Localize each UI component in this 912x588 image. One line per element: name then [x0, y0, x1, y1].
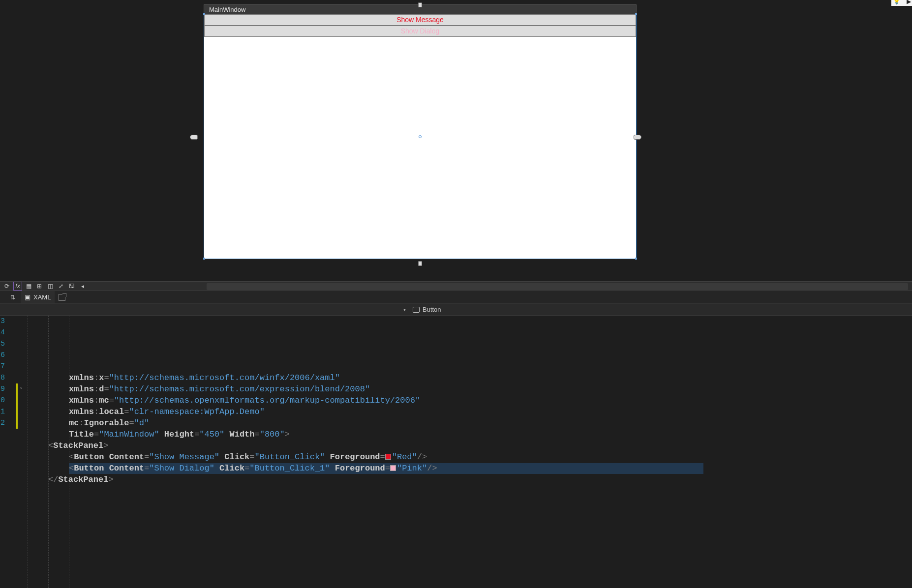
designer-surface[interactable]: MainWindow Show MessageShow Dialog — [0, 0, 912, 281]
chevron-right-icon: ▶ — [907, 0, 911, 5]
code-line[interactable]: mc:Ignorable="d" — [23, 417, 912, 429]
code-line[interactable]: <Button Content="Show Dialog" Click="But… — [23, 463, 912, 474]
snap-lines-icon[interactable]: ◫ — [46, 282, 54, 290]
designer-toolbar: ⟳ fx ▦ ⊞ ◫ ⤢ 🖫 ◂ — [0, 281, 912, 291]
selection-corner[interactable] — [203, 258, 205, 260]
refresh-icon[interactable]: ⟳ — [3, 282, 11, 290]
window-client-area[interactable]: Show MessageShow Dialog — [204, 14, 637, 259]
code-line[interactable]: <Button Content="Show Message" Click="Bu… — [23, 451, 912, 463]
resize-handle-top[interactable] — [418, 2, 422, 7]
xaml-editor-pane: ⟳ fx ▦ ⊞ ◫ ⤢ 🖫 ◂ ⇅ ▣ XAML ▾ Button 34567… — [0, 281, 912, 588]
editor-margin: ˅ — [6, 316, 23, 588]
code-line[interactable]: xmlns:d="http://schemas.microsoft.com/ex… — [23, 383, 912, 395]
device-icon[interactable]: 🖫 — [68, 282, 76, 290]
popout-icon[interactable] — [59, 294, 65, 301]
selection-corner[interactable] — [635, 258, 637, 260]
xaml-glyph-icon: ▣ — [25, 294, 30, 301]
preview-button[interactable]: Show Dialog — [204, 26, 636, 37]
swap-panes-icon[interactable]: ⇅ — [9, 294, 17, 301]
resize-handle-bottom[interactable] — [418, 261, 422, 266]
element-selector-label: Button — [423, 306, 441, 313]
element-breadcrumb-bar: ▾ Button — [0, 304, 912, 316]
resize-handle-right[interactable] — [634, 135, 641, 140]
grid-icon[interactable]: ▦ — [25, 282, 32, 290]
code-line[interactable]: <StackPanel> — [23, 440, 912, 451]
code-line[interactable]: xmlns:mc="http://schemas.openxmlformats.… — [23, 395, 912, 406]
selection-corner[interactable] — [203, 13, 205, 15]
auto-size-icon[interactable]: ⤢ — [57, 282, 65, 290]
selection-corner[interactable] — [635, 13, 637, 15]
tab-label: XAML — [33, 294, 51, 301]
dropdown-arrow-icon[interactable]: ▾ — [403, 307, 406, 312]
chevron-left-icon[interactable]: ◂ — [79, 282, 87, 290]
lightbulb-icon: 💡 — [892, 0, 901, 4]
tab-xaml[interactable]: ▣ XAML — [21, 291, 55, 303]
quick-actions-hint[interactable]: 💡 ▶ — [891, 0, 912, 6]
button-glyph-icon — [413, 307, 420, 313]
code-content[interactable]: xmlns:x="http://schemas.microsoft.com/wi… — [23, 316, 912, 588]
code-line[interactable]: xmlns:x="http://schemas.microsoft.com/wi… — [23, 372, 912, 383]
change-indicator — [16, 383, 18, 429]
wpf-window-preview[interactable]: MainWindow Show MessageShow Dialog — [204, 4, 637, 259]
effects-icon[interactable]: fx — [14, 282, 22, 290]
line-number-gutter: 3456789012 — [0, 316, 6, 588]
horizontal-overview-scrollbar[interactable] — [207, 283, 908, 290]
snap-grid-icon[interactable]: ⊞ — [35, 282, 43, 290]
code-line[interactable]: Title="MainWindow" Height="450" Width="8… — [23, 429, 912, 440]
code-line[interactable]: xmlns:local="clr-namespace:WpfApp.Demo" — [23, 406, 912, 417]
resize-handle-left[interactable] — [190, 135, 198, 140]
code-editor[interactable]: 3456789012 ˅ xmlns:x="http://schemas.mic… — [0, 316, 912, 588]
editor-tab-row: ⇅ ▣ XAML — [0, 291, 912, 304]
element-selector[interactable]: Button — [413, 306, 441, 313]
code-line[interactable]: </StackPanel> — [23, 474, 912, 485]
center-marker-icon — [419, 135, 422, 138]
preview-button[interactable]: Show Message — [204, 14, 636, 26]
window-title: MainWindow — [209, 6, 245, 13]
